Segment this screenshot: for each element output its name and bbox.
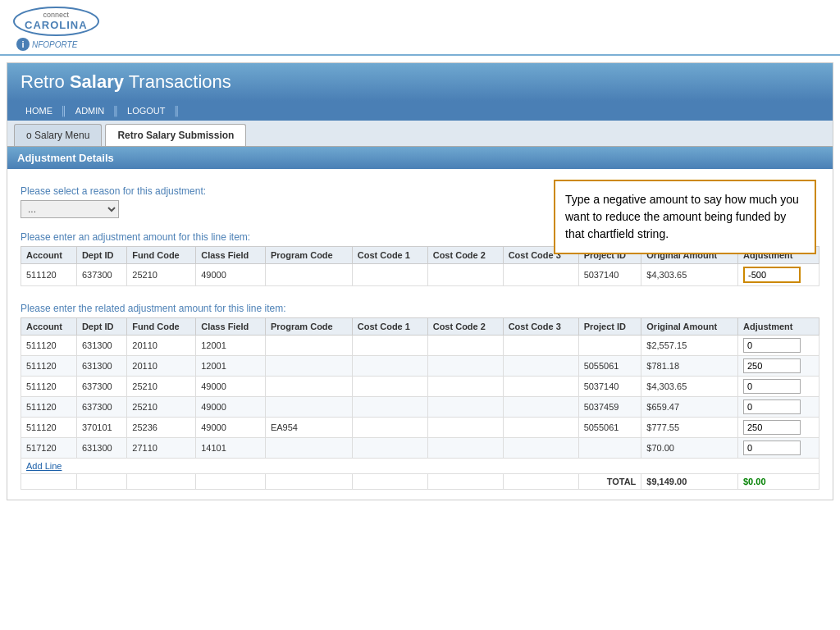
table-row: 51112063130020110120015055061$781.18	[21, 356, 819, 377]
adjustment-input[interactable]	[743, 441, 801, 455]
col-programcode-1: Program Code	[265, 247, 352, 264]
title-bar: Retro Salary Transactions	[7, 63, 833, 101]
col-fundcode-2: Fund Code	[127, 318, 196, 336]
main-content: Adjustment Details Type a negative amoun…	[7, 147, 833, 500]
table-row: 51112063730025210490005037140$4,303.65	[21, 264, 819, 286]
col-costcode1-1: Cost Code 1	[352, 247, 427, 264]
main-wrapper: Retro Salary Transactions HOME ║ ADMIN ║…	[7, 62, 833, 500]
adjustment-table-2: Account Dept ID Fund Code Class Field Pr…	[21, 317, 819, 490]
related-label: Please enter the related adjustment amou…	[21, 303, 819, 314]
col-costcode1-2: Cost Code 1	[352, 318, 427, 336]
logo-bar: connect CAROLINA i NFOPORTE	[0, 0, 840, 56]
total-original-amount: $9,149.00	[641, 474, 738, 490]
col-deptid-2: Dept ID	[76, 318, 126, 336]
col-projectid-2: Project ID	[578, 318, 641, 336]
table-row: 5171206313002711014101$70.00	[21, 438, 819, 459]
logo-oval: connect CAROLINA	[13, 7, 99, 36]
col-origamt-2: Original Amount	[641, 318, 738, 336]
add-line-row: Add Line	[21, 459, 819, 474]
col-deptid-1: Dept ID	[76, 247, 126, 264]
tab-bar: o Salary Menu Retro Salary Submission	[7, 121, 833, 147]
tooltip-text: Type a negative amount to say how much y…	[565, 193, 799, 240]
total-label: TOTAL	[578, 474, 641, 490]
tooltip-box: Type a negative amount to say how much y…	[554, 180, 816, 254]
col-classfield-2: Class Field	[196, 318, 266, 336]
adjustment-input[interactable]	[743, 420, 801, 435]
adjustment-input[interactable]	[743, 267, 801, 283]
table-row: 51112063730025210490005037140$4,303.65	[21, 377, 819, 397]
section-title: Adjustment Details	[17, 152, 114, 164]
adjustment-input[interactable]	[743, 379, 801, 394]
col-account-2: Account	[21, 318, 77, 336]
tab-retro-salary-submission[interactable]: Retro Salary Submission	[105, 124, 246, 146]
total-adjustment-value: $0.00	[738, 474, 819, 490]
col-costcode3-2: Cost Code 3	[503, 318, 578, 336]
col-classfield-1: Class Field	[196, 247, 266, 264]
reason-select[interactable]: ...	[21, 200, 119, 218]
col-account-1: Account	[21, 247, 77, 264]
nav-home[interactable]: HOME	[21, 104, 57, 117]
logo-carolina-text: CAROLINA	[25, 20, 88, 31]
col-programcode-2: Program Code	[265, 318, 352, 336]
nav-logout[interactable]: LOGOUT	[122, 104, 170, 117]
table-row: 5111206313002011012001$2,557.15	[21, 336, 819, 356]
logo-infoporte-text: NFOPORTE	[32, 40, 77, 49]
col-adjustment-2: Adjustment	[738, 318, 819, 336]
page-title: Retro Salary Transactions	[21, 71, 819, 93]
add-line-button[interactable]: Add Line	[26, 461, 62, 471]
logo-infoporte: i NFOPORTE	[16, 38, 77, 51]
adjustment-input[interactable]	[743, 338, 801, 353]
nav-admin[interactable]: ADMIN	[71, 104, 109, 117]
nav-bar: HOME ║ ADMIN ║ LOGOUT ║	[7, 101, 833, 121]
table-row: 51112063730025210490005037459$659.47	[21, 397, 819, 418]
col-costcode2-1: Cost Code 2	[427, 247, 503, 264]
tab-salary-menu[interactable]: o Salary Menu	[14, 124, 102, 146]
table-row: 5111203701012523649000EA9545055061$777.5…	[21, 418, 819, 438]
total-row: TOTAL$9,149.00$0.00	[21, 474, 819, 490]
col-costcode2-2: Cost Code 2	[427, 318, 503, 336]
logo-i-icon: i	[16, 38, 30, 51]
adjustment-input[interactable]	[743, 358, 801, 373]
adjustment-input[interactable]	[743, 399, 801, 414]
section-header: Adjustment Details	[7, 147, 833, 169]
col-fundcode-1: Fund Code	[127, 247, 196, 264]
